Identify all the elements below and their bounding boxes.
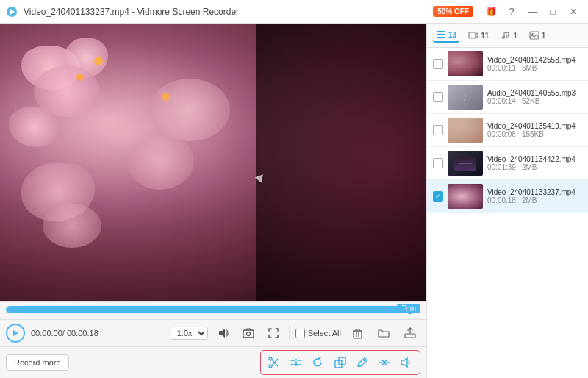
file-duration: 00:01:39 — [487, 163, 516, 171]
file-duration: 00:00:11 — [487, 64, 516, 72]
timeline-track[interactable] — [6, 306, 420, 313]
open-folder-button[interactable] — [373, 323, 394, 343]
duplicate-tool-button[interactable] — [330, 352, 351, 373]
edit-tools-group — [260, 350, 420, 375]
cut-tool-button[interactable] — [264, 352, 284, 373]
svg-rect-13 — [437, 31, 445, 32]
image-icon — [529, 30, 539, 40]
file-size: 2MB — [522, 163, 537, 171]
controls-bar: 00:00:00/ 00:00:18 1.0x 0.5x 1.5x 2.0x — [0, 319, 426, 346]
file-list-item[interactable]: Video_240401142558.mp4 00:00:11 5MB — [427, 48, 588, 81]
svg-marker-3 — [219, 329, 225, 338]
video-icon — [468, 30, 478, 40]
svg-marker-2 — [13, 330, 18, 336]
delete-button[interactable] — [347, 323, 368, 343]
file-size: 5MB — [522, 64, 537, 72]
svg-point-18 — [503, 37, 505, 39]
file-list-item[interactable]: ✓ Video_240401133237.mp4 00:00:18 2MB — [427, 180, 588, 213]
file-duration: 00:00:14 — [487, 97, 516, 105]
svg-rect-4 — [243, 330, 254, 338]
select-all-checkbox[interactable] — [295, 329, 305, 338]
window-title: Video_240401133237.mp4 - Vidmore Screen … — [24, 7, 239, 17]
edit-tool-button[interactable] — [352, 352, 373, 373]
file-list-item[interactable]: Video_240401135419.mp4 00:00:08 155KB — [427, 114, 588, 147]
divider — [289, 326, 290, 340]
file-meta: 00:00:11 5MB — [487, 64, 582, 72]
svg-marker-12 — [401, 358, 407, 367]
file-list: Video_240401142558.mp4 00:00:11 5MB ♪ Au… — [427, 48, 588, 378]
help-btn[interactable]: ? — [503, 3, 520, 21]
file-duration: 00:00:08 — [487, 130, 516, 138]
file-info: Video_240401135419.mp4 00:00:08 155KB — [487, 122, 582, 138]
file-checkbox[interactable]: ✓ — [433, 191, 443, 202]
file-list-item[interactable]: ♪ Audio_240401140555.mp3 00:00:14 52KB — [427, 81, 588, 114]
file-info: Video_240401134422.mp4 00:01:39 2MB — [487, 155, 582, 171]
audio-count: 1 — [513, 32, 517, 40]
close-btn[interactable]: ✕ — [564, 3, 582, 21]
file-checkbox[interactable] — [433, 92, 443, 102]
audio-tool-button[interactable] — [396, 352, 417, 373]
play-button[interactable] — [6, 324, 25, 343]
file-checkbox[interactable] — [433, 59, 443, 69]
list-icon — [436, 29, 446, 40]
video-player[interactable] — [0, 24, 426, 301]
timeline-track-container: Trim — [6, 306, 420, 313]
file-meta: 00:00:14 52KB — [487, 97, 582, 105]
tab-audio[interactable]: 1 — [498, 29, 520, 42]
volume-button[interactable] — [214, 324, 233, 343]
file-size: 155KB — [522, 130, 544, 138]
svg-point-8 — [269, 357, 272, 360]
file-thumbnail — [448, 118, 483, 143]
all-count: 13 — [448, 31, 456, 39]
file-name: Audio_240401140555.mp3 — [487, 89, 582, 97]
file-checkbox[interactable] — [433, 125, 443, 135]
trim-button[interactable]: Trim — [397, 304, 420, 313]
file-size: 2MB — [522, 196, 537, 204]
bottom-bar: Record more — [0, 346, 426, 378]
right-panel: 13 11 1 — [426, 24, 588, 378]
maximize-btn[interactable]: □ — [544, 3, 562, 21]
file-info: Audio_240401140555.mp3 00:00:14 52KB — [487, 89, 582, 105]
svg-point-19 — [507, 36, 509, 38]
file-size: 52KB — [522, 97, 539, 105]
file-meta: 00:01:39 2MB — [487, 163, 582, 171]
time-display: 00:00:00/ 00:00:18 — [31, 329, 98, 338]
file-name: Video_240401133237.mp4 — [487, 188, 582, 196]
promo-badge[interactable]: 50% OFF — [433, 6, 473, 17]
main-content: Trim 00:00:00/ 00:00:18 1.0x 0.5x 1.5x 2… — [0, 24, 588, 378]
tab-video[interactable]: 11 — [465, 29, 492, 42]
file-checkbox[interactable] — [433, 158, 443, 168]
screenshot-button[interactable] — [239, 324, 258, 343]
transition-tool-button[interactable] — [374, 352, 395, 373]
left-panel: Trim 00:00:00/ 00:00:18 1.0x 0.5x 1.5x 2… — [0, 24, 426, 378]
select-all-label[interactable]: Select All — [295, 329, 341, 338]
minimize-btn[interactable]: — — [523, 3, 541, 21]
file-list-item[interactable]: Video_240401134422.mp4 00:01:39 2MB — [427, 147, 588, 180]
svg-point-5 — [246, 332, 250, 336]
svg-rect-6 — [354, 331, 362, 338]
svg-rect-16 — [469, 32, 476, 38]
record-more-button[interactable]: Record more — [6, 354, 69, 371]
app-icon — [6, 6, 18, 18]
file-thumbnail — [448, 51, 483, 76]
title-bar-right: 50% OFF 🎁 ? — □ ✕ — [433, 3, 582, 21]
svg-point-9 — [269, 365, 272, 368]
svg-rect-15 — [437, 37, 445, 38]
file-info: Video_240401133237.mp4 00:00:18 2MB — [487, 188, 582, 204]
file-info: Video_240401142558.mp4 00:00:11 5MB — [487, 56, 582, 72]
title-bar-left: Video_240401133237.mp4 - Vidmore Screen … — [6, 6, 239, 18]
title-bar: Video_240401133237.mp4 - Vidmore Screen … — [0, 0, 588, 24]
fullscreen-button[interactable] — [264, 324, 283, 343]
rotate-tool-button[interactable] — [308, 352, 329, 373]
image-count: 1 — [542, 32, 546, 40]
file-thumbnail — [448, 184, 483, 209]
speed-select[interactable]: 1.0x 0.5x 1.5x 2.0x — [171, 327, 208, 340]
tab-image[interactable]: 1 — [526, 29, 549, 42]
export-button[interactable] — [400, 323, 420, 343]
gift-icon-btn[interactable]: 🎁 — [482, 3, 500, 21]
file-meta: 00:00:08 155KB — [487, 130, 582, 138]
tab-all[interactable]: 13 — [433, 28, 459, 43]
split-tool-button[interactable] — [286, 352, 306, 373]
file-thumbnail — [448, 151, 483, 176]
file-name: Video_240401142558.mp4 — [487, 56, 582, 64]
